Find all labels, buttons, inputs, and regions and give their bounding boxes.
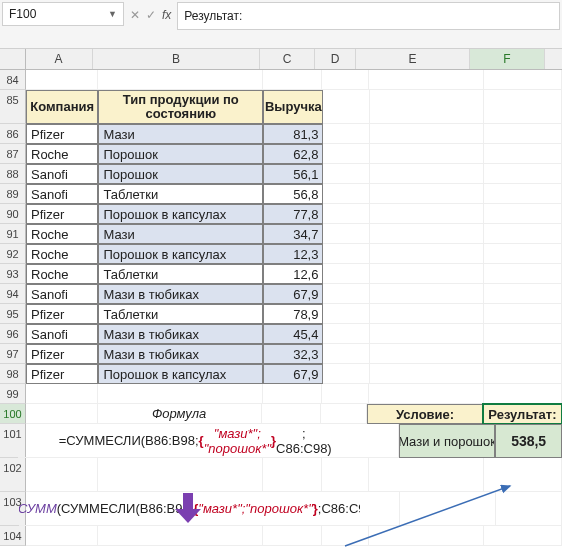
type-cell[interactable]: Мази — [98, 124, 263, 144]
cell[interactable] — [484, 70, 562, 90]
row-header[interactable]: 89 — [0, 184, 26, 204]
cell[interactable] — [370, 184, 484, 204]
row-header[interactable]: 96 — [0, 324, 26, 344]
cell[interactable] — [484, 124, 562, 144]
row-header[interactable]: 91 — [0, 224, 26, 244]
cell[interactable] — [323, 184, 369, 204]
cell[interactable] — [484, 184, 562, 204]
cell[interactable] — [359, 424, 399, 458]
cell[interactable] — [370, 204, 484, 224]
cell[interactable] — [26, 70, 98, 90]
cell[interactable] — [323, 324, 369, 344]
cell[interactable] — [323, 224, 369, 244]
cell[interactable] — [484, 344, 562, 364]
type-cell[interactable]: Порошок — [98, 144, 263, 164]
cell[interactable] — [370, 164, 484, 184]
revenue-cell[interactable]: 12,3 — [263, 244, 323, 264]
type-cell[interactable]: Мази — [98, 224, 263, 244]
type-cell[interactable]: Порошок в капсулах — [98, 204, 263, 224]
type-cell[interactable]: Порошок в капсулах — [98, 244, 263, 264]
company-cell[interactable]: Sanofi — [26, 164, 98, 184]
row-header[interactable]: 87 — [0, 144, 26, 164]
cell[interactable] — [370, 244, 484, 264]
result-value[interactable]: 538,5 — [495, 424, 562, 458]
cell[interactable] — [323, 204, 369, 224]
select-all-corner[interactable] — [0, 49, 26, 70]
company-cell[interactable]: Roche — [26, 224, 98, 244]
type-cell[interactable]: Порошок в капсулах — [98, 364, 263, 384]
cell[interactable] — [263, 70, 323, 90]
cell[interactable] — [322, 384, 369, 404]
row-header[interactable]: 88 — [0, 164, 26, 184]
cell[interactable] — [263, 384, 323, 404]
type-cell[interactable]: Таблетки — [98, 264, 263, 284]
company-cell[interactable]: Pfizer — [26, 124, 98, 144]
table-header[interactable]: Выручка — [263, 90, 323, 124]
company-cell[interactable]: Pfizer — [26, 344, 98, 364]
revenue-cell[interactable]: 32,3 — [263, 344, 323, 364]
row-header[interactable]: 102 — [0, 458, 26, 492]
cell[interactable] — [496, 492, 562, 526]
cell[interactable] — [323, 344, 369, 364]
row-header[interactable]: 100 — [0, 404, 26, 424]
revenue-cell[interactable]: 67,9 — [263, 284, 323, 304]
cell[interactable] — [370, 90, 484, 124]
cell[interactable] — [26, 526, 98, 546]
table-header[interactable]: Компания — [26, 90, 98, 124]
company-cell[interactable]: Roche — [26, 144, 98, 164]
cell[interactable] — [26, 384, 98, 404]
spreadsheet-grid[interactable]: A B C D E F 8485КомпанияТип продукции по… — [0, 49, 562, 546]
cell[interactable] — [323, 144, 369, 164]
cell[interactable] — [370, 364, 484, 384]
cell[interactable] — [484, 384, 562, 404]
cell[interactable] — [369, 384, 484, 404]
type-cell[interactable]: Таблетки — [98, 184, 263, 204]
col-D[interactable]: D — [315, 49, 356, 69]
row-header[interactable]: 93 — [0, 264, 26, 284]
company-cell[interactable]: Pfizer — [26, 364, 98, 384]
revenue-cell[interactable]: 67,9 — [263, 364, 323, 384]
table-header[interactable]: Тип продукции по состоянию — [98, 90, 263, 124]
formula-input[interactable]: Результат: — [177, 2, 560, 30]
cell[interactable] — [370, 304, 484, 324]
cell[interactable] — [484, 144, 562, 164]
cell[interactable] — [263, 458, 323, 492]
cell[interactable] — [98, 384, 263, 404]
cell[interactable] — [323, 90, 369, 124]
cell[interactable] — [370, 224, 484, 244]
cell[interactable] — [484, 204, 562, 224]
cell[interactable] — [370, 124, 484, 144]
row-header[interactable]: 95 — [0, 304, 26, 324]
revenue-cell[interactable]: 56,1 — [263, 164, 323, 184]
col-E[interactable]: E — [356, 49, 470, 69]
cell[interactable] — [484, 90, 562, 124]
cell[interactable] — [323, 244, 369, 264]
cell[interactable] — [323, 364, 369, 384]
cell[interactable] — [484, 458, 562, 492]
cell[interactable] — [262, 404, 321, 424]
revenue-cell[interactable]: 77,8 — [263, 204, 323, 224]
formula-1[interactable]: =СУММЕСЛИ(B86:B98; {"мази*"; "порошок*"}… — [18, 424, 359, 458]
row-header[interactable]: 84 — [0, 70, 26, 90]
row-header[interactable]: 86 — [0, 124, 26, 144]
cell[interactable] — [484, 244, 562, 264]
cell[interactable] — [98, 458, 263, 492]
cell[interactable] — [484, 364, 562, 384]
cell[interactable] — [369, 526, 484, 546]
cell[interactable] — [484, 224, 562, 244]
row-header[interactable]: 97 — [0, 344, 26, 364]
cell[interactable] — [370, 284, 484, 304]
condition-value[interactable]: Мази и порошок — [399, 424, 496, 458]
cell[interactable] — [322, 526, 369, 546]
cell[interactable] — [370, 344, 484, 364]
name-box[interactable]: F100 ▼ — [2, 2, 124, 26]
type-cell[interactable]: Мази в тюбиках — [98, 284, 263, 304]
cell[interactable] — [484, 526, 562, 546]
col-A[interactable]: A — [25, 49, 93, 69]
cell[interactable] — [321, 404, 367, 424]
cell[interactable] — [484, 324, 562, 344]
cell[interactable] — [369, 70, 484, 90]
company-cell[interactable]: Pfizer — [26, 304, 98, 324]
result-header[interactable]: Результат: — [483, 404, 562, 424]
revenue-cell[interactable]: 78,9 — [263, 304, 323, 324]
